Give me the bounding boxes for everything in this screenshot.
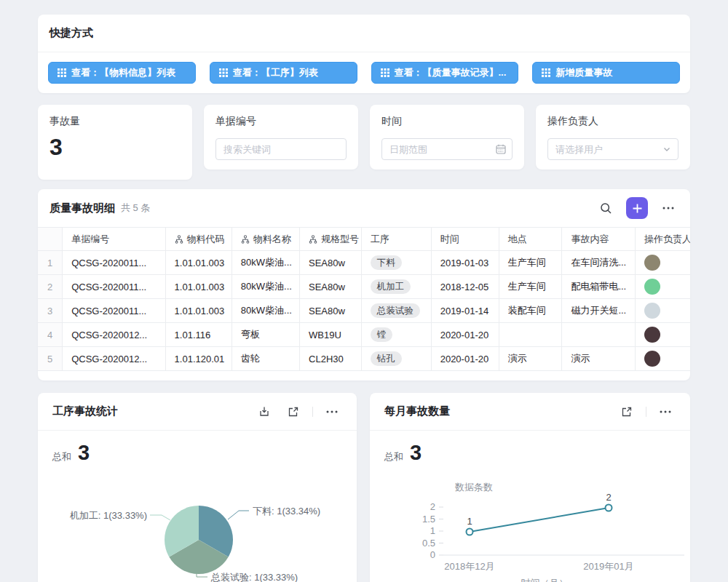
cell-material-code: 1.01.01.003 bbox=[166, 299, 232, 322]
cell-spec: SEA80w bbox=[300, 299, 362, 322]
header-place[interactable]: 地点 bbox=[499, 228, 563, 250]
cell-place: 演示 bbox=[499, 347, 563, 370]
header-material-code[interactable]: 物料代码 bbox=[166, 228, 232, 250]
operator-filter-card: 操作负责人 bbox=[536, 105, 690, 170]
x-axis-title: 时间（月） bbox=[521, 578, 569, 582]
y-tick: 0.5 bbox=[422, 538, 435, 549]
header-content[interactable]: 事故内容 bbox=[562, 228, 636, 250]
grid-icon bbox=[381, 68, 389, 77]
avatar bbox=[644, 327, 660, 343]
shortcut-view-process-list-button[interactable]: 查看：【工序】列表 bbox=[210, 62, 357, 84]
pie-label-jijiagong: 机加工: 1(33.33%) bbox=[70, 510, 147, 521]
shortcut-label: 查看：【物料信息】列表 bbox=[71, 66, 175, 79]
process-tag: 钻孔 bbox=[371, 351, 402, 366]
date-range-input[interactable] bbox=[381, 138, 513, 160]
cell-content bbox=[562, 323, 636, 346]
accident-count-label: 事故量 bbox=[50, 115, 181, 128]
shortcut-label: 新增质量事故 bbox=[555, 66, 612, 79]
divider bbox=[312, 407, 313, 417]
cell-operator bbox=[636, 299, 690, 322]
grid-icon bbox=[219, 68, 228, 77]
row-number: 5 bbox=[38, 347, 63, 370]
cell-material-name: 弯板 bbox=[232, 323, 300, 346]
doc-number-search-input[interactable] bbox=[215, 138, 347, 160]
table-row[interactable]: 2 QCSG-2020011... 1.01.01.003 80kW柴油... … bbox=[38, 275, 690, 299]
line-sum-value: 3 bbox=[410, 441, 422, 465]
table-row[interactable]: 4 QCSG-2020012... 1.01.116 弯板 WB19U 镗 20… bbox=[38, 323, 690, 347]
add-record-button[interactable] bbox=[626, 197, 648, 219]
header-material-name[interactable]: 物料名称 bbox=[232, 228, 300, 250]
y-tick: 1 bbox=[430, 525, 435, 536]
cell-doc-number: QCSG-2020012... bbox=[63, 323, 165, 346]
cell-time: 2018-12-05 bbox=[432, 275, 499, 298]
time-label: 时间 bbox=[381, 115, 513, 128]
shortcuts-title-row: 快捷方式 bbox=[38, 15, 690, 52]
header-process[interactable]: 工序 bbox=[362, 228, 432, 250]
shortcut-add-quality-accident-button[interactable]: 新增质量事故 bbox=[532, 62, 680, 84]
header-row-number bbox=[38, 228, 63, 250]
cell-operator bbox=[636, 251, 690, 274]
table-record-count: 共 5 条 bbox=[121, 202, 150, 215]
cell-process: 下料 bbox=[362, 251, 432, 274]
cell-material-code: 1.01.01.003 bbox=[166, 275, 232, 298]
expand-chart-button[interactable] bbox=[283, 402, 304, 422]
relation-icon bbox=[241, 235, 250, 244]
cell-place: 装配车间 bbox=[499, 299, 563, 322]
process-tag: 下料 bbox=[371, 255, 402, 270]
cell-process: 总装试验 bbox=[362, 299, 432, 322]
cell-material-name: 80kW柴油... bbox=[232, 251, 300, 274]
chevron-down-icon bbox=[661, 143, 673, 155]
table-row[interactable]: 5 QCSG-2020012... 1.01.120.01 齿轮 CL2H30 … bbox=[38, 347, 690, 371]
shortcut-buttons-row: 查看：【物料信息】列表 查看：【工序】列表 查看：【质量事故记录】... 新增质… bbox=[38, 52, 690, 84]
pie-chart-title: 工序事故统计 bbox=[52, 404, 118, 418]
shortcut-view-material-list-button[interactable]: 查看：【物料信息】列表 bbox=[48, 62, 196, 84]
doc-number-filter-card: 单据编号 bbox=[204, 105, 358, 170]
cell-content: 演示 bbox=[562, 347, 636, 370]
cell-time: 2019-01-03 bbox=[432, 251, 499, 274]
accident-count-card: 事故量 3 bbox=[38, 105, 192, 180]
accident-count-value: 3 bbox=[50, 135, 181, 159]
y-tick: 1.5 bbox=[422, 514, 435, 525]
table-row[interactable]: 3 QCSG-2020011... 1.01.01.003 80kW柴油... … bbox=[38, 299, 690, 323]
search-icon bbox=[600, 202, 612, 215]
divider bbox=[646, 407, 646, 417]
table-row[interactable]: 1 QCSG-2020011... 1.01.01.003 80kW柴油... … bbox=[38, 251, 690, 275]
pie-chart: 机加工: 1(33.33%) 下料: 1(33.34%) 总装试验: 1(33.… bbox=[38, 487, 357, 582]
avatar bbox=[644, 303, 660, 319]
shortcuts-title: 快捷方式 bbox=[50, 26, 93, 40]
y-tick: 2 bbox=[430, 501, 435, 512]
cell-place bbox=[499, 323, 563, 346]
table-more-button[interactable] bbox=[658, 198, 678, 218]
header-operator[interactable]: 操作负责人 bbox=[636, 228, 690, 250]
cell-operator bbox=[636, 323, 690, 346]
pie-callout-line bbox=[150, 515, 170, 520]
monthly-accident-count-card: 每月事故数量 总和 3 数据条数 2 1.5 1 0.5 0 bbox=[370, 393, 690, 582]
avatar bbox=[644, 351, 660, 367]
y-tick-marks bbox=[439, 507, 443, 555]
data-point-dec2018[interactable] bbox=[467, 529, 473, 535]
line-more-button[interactable] bbox=[655, 402, 676, 422]
cell-doc-number: QCSG-2020011... bbox=[63, 251, 165, 274]
download-chart-button[interactable] bbox=[254, 402, 274, 422]
operator-select[interactable] bbox=[547, 138, 678, 160]
search-button[interactable] bbox=[596, 198, 616, 218]
shortcuts-card: 快捷方式 查看：【物料信息】列表 查看：【工序】列表 查看：【质量事故记录】..… bbox=[38, 15, 690, 93]
cell-material-code: 1.01.01.003 bbox=[166, 251, 232, 274]
cell-process: 镗 bbox=[362, 323, 432, 346]
cell-doc-number: QCSG-2020011... bbox=[63, 275, 165, 298]
header-doc-number[interactable]: 单据编号 bbox=[63, 228, 165, 250]
header-time[interactable]: 时间 bbox=[432, 228, 499, 250]
process-accident-stats-card: 工序事故统计 总和 3 机加工: 1(33.33 bbox=[38, 393, 357, 582]
expand-chart-button[interactable] bbox=[617, 402, 637, 422]
row-number: 4 bbox=[38, 323, 63, 346]
operator-label: 操作负责人 bbox=[547, 115, 678, 128]
pie-more-button[interactable] bbox=[322, 402, 342, 422]
data-point-jan2019[interactable] bbox=[606, 505, 612, 511]
line-chart-title: 每月事故数量 bbox=[384, 404, 450, 418]
calendar-icon bbox=[495, 143, 507, 155]
line-sum-label: 总和 bbox=[384, 450, 403, 463]
cell-doc-number: QCSG-2020011... bbox=[63, 299, 165, 322]
header-spec-model[interactable]: 规格型号 bbox=[300, 228, 362, 250]
shortcut-view-quality-records-button[interactable]: 查看：【质量事故记录】... bbox=[371, 62, 519, 84]
shortcut-label: 查看：【工序】列表 bbox=[233, 66, 318, 79]
